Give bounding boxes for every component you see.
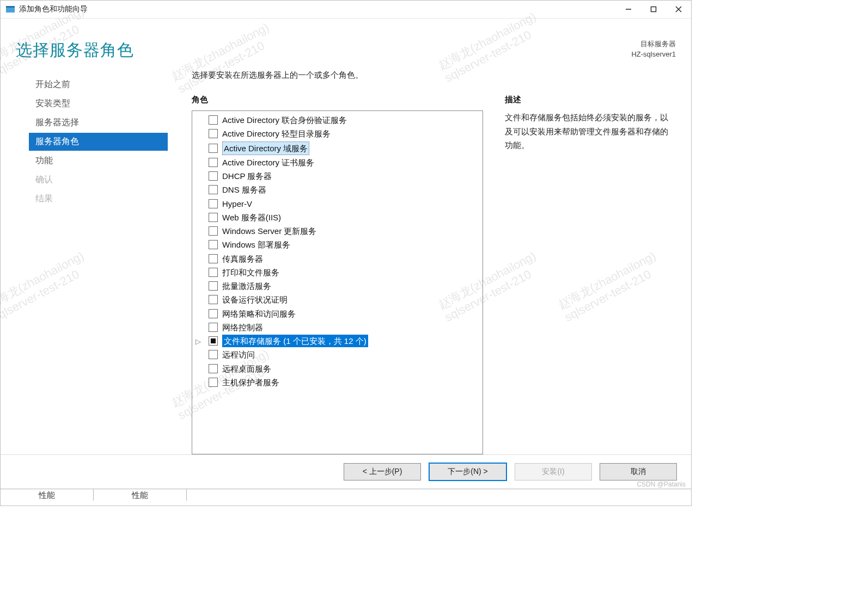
svg-rect-3: [651, 7, 656, 12]
role-label: Active Directory 证书服务: [222, 156, 314, 169]
titlebar: 添加角色和功能向导: [1, 1, 691, 19]
footer: < 上一步(P) 下一步(N) > 安装(I) 取消: [1, 454, 691, 489]
role-item[interactable]: Active Directory 域服务: [206, 141, 480, 156]
role-checkbox[interactable]: [209, 226, 218, 236]
role-label: 文件和存储服务 (1 个已安装，共 12 个): [222, 335, 368, 347]
roles-column: 角色 Active Directory 联合身份验证服务Active Direc…: [192, 95, 483, 454]
role-label: 网络控制器: [222, 321, 263, 334]
role-label: 设备运行状况证明: [222, 293, 288, 306]
nav-step[interactable]: 服务器角色: [29, 133, 168, 151]
nav-step: 确认: [29, 171, 168, 189]
close-button[interactable]: [666, 1, 691, 18]
role-item[interactable]: 网络控制器: [206, 321, 480, 334]
nav-step[interactable]: 开始之前: [29, 76, 168, 94]
role-label: Web 服务器(IIS): [222, 211, 281, 224]
install-button: 安装(I): [515, 463, 592, 481]
role-label: DHCP 服务器: [222, 170, 272, 182]
role-item[interactable]: Hyper-V: [206, 197, 480, 211]
target-server-name: HZ-sqlserver1: [631, 50, 676, 60]
role-checkbox[interactable]: [209, 213, 218, 222]
nav-steps: 开始之前安装类型服务器选择服务器角色功能确认结果: [1, 67, 168, 454]
bg-cell: 性能: [1, 489, 94, 501]
role-label: Active Directory 域服务: [222, 141, 309, 155]
nav-step[interactable]: 安装类型: [29, 95, 168, 113]
role-checkbox[interactable]: [209, 171, 218, 181]
role-checkbox[interactable]: [209, 199, 218, 208]
role-item[interactable]: 主机保护者服务: [206, 375, 480, 389]
roles-list[interactable]: Active Directory 联合身份验证服务Active Director…: [192, 111, 483, 454]
role-checkbox[interactable]: [209, 268, 218, 277]
role-checkbox[interactable]: [209, 144, 218, 153]
bg-cell: 性能: [94, 489, 187, 501]
body: 开始之前安装类型服务器选择服务器角色功能确认结果 选择要安装在所选服务器上的一个…: [1, 67, 691, 454]
role-checkbox[interactable]: [209, 323, 218, 332]
role-item[interactable]: 传真服务器: [206, 252, 480, 266]
target-server-label: 目标服务器: [631, 39, 676, 50]
instruction-text: 选择要安装在所选服务器上的一个或多个角色。: [192, 70, 676, 81]
credit-text: CSDN @Patanis: [637, 481, 686, 488]
description-heading: 描述: [505, 95, 676, 105]
role-checkbox[interactable]: [209, 240, 218, 249]
nav-step[interactable]: 服务器选择: [29, 114, 168, 132]
role-item[interactable]: DNS 服务器: [206, 183, 480, 196]
page-title: 选择服务器角色: [16, 39, 134, 61]
main: 选择要安装在所选服务器上的一个或多个角色。 角色 Active Director…: [168, 67, 676, 454]
role-item[interactable]: Active Directory 联合身份验证服务: [206, 113, 480, 127]
role-checkbox[interactable]: [209, 129, 218, 138]
role-checkbox[interactable]: [209, 350, 218, 359]
role-label: Hyper-V: [222, 198, 252, 210]
role-checkbox[interactable]: [209, 185, 218, 194]
role-checkbox[interactable]: [209, 158, 218, 167]
role-item[interactable]: Active Directory 轻型目录服务: [206, 127, 480, 140]
role-label: 网络策略和访问服务: [222, 307, 296, 320]
role-checkbox[interactable]: [209, 378, 218, 387]
description-text: 文件和存储服务包括始终必须安装的服务，以及可以安装用来帮助管理文件服务器和存储的…: [505, 110, 676, 152]
role-label: Active Directory 联合身份验证服务: [222, 114, 347, 126]
background-strip: 性能 性能: [1, 489, 691, 506]
role-label: 传真服务器: [222, 252, 263, 265]
role-item[interactable]: 批量激活服务: [206, 279, 480, 293]
header: 选择服务器角色 目标服务器 HZ-sqlserver1: [1, 19, 691, 67]
role-checkbox[interactable]: [209, 295, 218, 304]
description-column: 描述 文件和存储服务包括始终必须安装的服务，以及可以安装用来帮助管理文件服务器和…: [505, 95, 676, 454]
role-label: Active Directory 轻型目录服务: [222, 127, 331, 140]
role-item[interactable]: 打印和文件服务: [206, 266, 480, 279]
role-label: Windows Server 更新服务: [222, 225, 316, 237]
role-item[interactable]: Active Directory 证书服务: [206, 156, 480, 169]
role-label: 主机保护者服务: [222, 376, 279, 389]
columns: 角色 Active Directory 联合身份验证服务Active Direc…: [192, 95, 676, 454]
expand-icon[interactable]: ▷: [196, 336, 201, 347]
role-item[interactable]: ▷文件和存储服务 (1 个已安装，共 12 个): [206, 334, 480, 348]
role-item[interactable]: Web 服务器(IIS): [206, 211, 480, 224]
role-label: Windows 部署服务: [222, 238, 290, 251]
minimize-button[interactable]: [616, 1, 641, 18]
role-checkbox[interactable]: [209, 364, 218, 373]
role-item[interactable]: Windows 部署服务: [206, 238, 480, 251]
role-item[interactable]: Windows Server 更新服务: [206, 224, 480, 238]
role-label: 打印和文件服务: [222, 266, 279, 279]
wizard-window: 赵海龙(zhaohailong) sqlserver-test-210 赵海龙(…: [0, 0, 692, 506]
window-title: 添加角色和功能向导: [19, 4, 616, 14]
role-item[interactable]: 远程访问: [206, 348, 480, 361]
role-item[interactable]: 网络策略和访问服务: [206, 307, 480, 321]
nav-step[interactable]: 功能: [29, 152, 168, 170]
roles-heading: 角色: [192, 95, 483, 105]
role-checkbox[interactable]: [209, 336, 218, 346]
role-label: DNS 服务器: [222, 183, 266, 196]
maximize-button[interactable]: [641, 1, 666, 18]
cancel-button[interactable]: 取消: [600, 463, 677, 481]
role-checkbox[interactable]: [209, 115, 218, 125]
prev-button[interactable]: < 上一步(P): [344, 463, 421, 481]
role-checkbox[interactable]: [209, 254, 218, 263]
role-item[interactable]: 设备运行状况证明: [206, 293, 480, 306]
nav-step: 结果: [29, 190, 168, 208]
role-label: 远程访问: [222, 348, 255, 361]
target-server-info: 目标服务器 HZ-sqlserver1: [631, 39, 676, 60]
role-item[interactable]: 远程桌面服务: [206, 362, 480, 375]
role-label: 远程桌面服务: [222, 362, 271, 375]
role-checkbox[interactable]: [209, 309, 218, 318]
role-checkbox[interactable]: [209, 281, 218, 291]
next-button[interactable]: 下一步(N) >: [429, 463, 507, 481]
role-item[interactable]: DHCP 服务器: [206, 169, 480, 183]
app-icon: [6, 5, 15, 14]
